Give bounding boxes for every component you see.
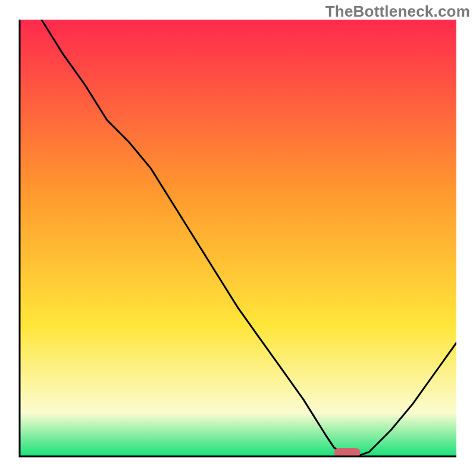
watermark-text: TheBottleneck.com bbox=[325, 2, 470, 21]
chart-stage: TheBottleneck.com bbox=[0, 0, 476, 476]
bottleneck-chart bbox=[0, 0, 476, 476]
